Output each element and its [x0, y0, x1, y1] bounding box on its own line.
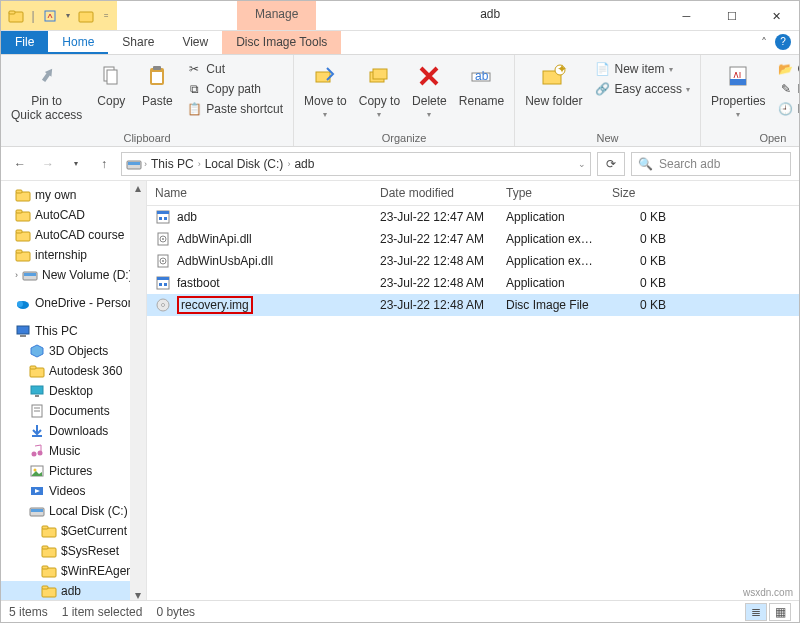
nav-item[interactable]: Music: [1, 441, 146, 461]
svg-rect-33: [17, 326, 29, 334]
open-group-label: Open: [707, 131, 800, 145]
open-button[interactable]: 📂Open ▾: [776, 60, 800, 78]
nav-item[interactable]: This PC: [1, 321, 146, 341]
breadcrumb[interactable]: adb: [292, 157, 316, 171]
history-button[interactable]: 🕘History: [776, 100, 800, 118]
copy-to-button[interactable]: Copy to▾: [355, 58, 404, 121]
new-item-button[interactable]: 📄New item ▾: [593, 60, 692, 78]
chevron-right-icon[interactable]: ›: [287, 159, 290, 169]
breadcrumb[interactable]: Local Disk (C:): [203, 157, 286, 171]
nav-item[interactable]: Pictures: [1, 461, 146, 481]
easy-access-button[interactable]: 🔗Easy access ▾: [593, 80, 692, 98]
column-date[interactable]: Date modified: [372, 181, 498, 205]
search-icon: 🔍: [638, 157, 653, 171]
new-group-label: New: [521, 131, 694, 145]
nav-item[interactable]: $WinREAgent: [1, 561, 146, 581]
file-row[interactable]: AdbWinApi.dll23-Jul-22 12:47 AMApplicati…: [147, 228, 799, 250]
pin-to-quick-access-button[interactable]: Pin to Quick access: [7, 58, 86, 124]
edit-button[interactable]: ✎Edit: [776, 80, 800, 98]
chevron-right-icon[interactable]: ›: [198, 159, 201, 169]
file-row[interactable]: adb23-Jul-22 12:47 AMApplication0 KB: [147, 206, 799, 228]
paste-shortcut-button[interactable]: 📋Paste shortcut: [184, 100, 285, 118]
folder-icon[interactable]: [5, 5, 27, 27]
cut-button[interactable]: ✂Cut: [184, 60, 285, 78]
copy-path-icon: ⧉: [186, 81, 202, 97]
nav-item[interactable]: Desktop: [1, 381, 146, 401]
column-size[interactable]: Size: [604, 181, 674, 205]
nav-scrollbar[interactable]: ▴▾: [130, 181, 146, 602]
nav-item[interactable]: internship: [1, 245, 146, 265]
svg-point-46: [34, 469, 37, 472]
paste-button[interactable]: Paste: [136, 58, 178, 110]
qat-menu-2[interactable]: =: [99, 5, 113, 27]
file-row[interactable]: recovery.img23-Jul-22 12:48 AMDisc Image…: [147, 294, 799, 316]
nav-item[interactable]: my own: [1, 185, 146, 205]
new-folder-button[interactable]: ✦ New folder: [521, 58, 586, 110]
file-row[interactable]: fastboot23-Jul-22 12:48 AMApplication0 K…: [147, 272, 799, 294]
address-bar[interactable]: › This PC › Local Disk (C:) › adb ⌄: [121, 152, 591, 176]
svg-rect-71: [164, 283, 167, 286]
tab-share[interactable]: Share: [108, 31, 168, 54]
properties-qat-icon[interactable]: [39, 5, 61, 27]
tab-view[interactable]: View: [168, 31, 222, 54]
column-name[interactable]: Name: [147, 181, 372, 205]
refresh-button[interactable]: ⟳: [597, 152, 625, 176]
nav-item[interactable]: AutoCAD course: [1, 225, 146, 245]
collapse-ribbon-icon[interactable]: ˄: [761, 36, 767, 50]
nav-item[interactable]: Local Disk (C:): [1, 501, 146, 521]
close-button[interactable]: ✕: [754, 1, 799, 31]
move-to-button[interactable]: Move to▾: [300, 58, 351, 121]
copy-button[interactable]: Copy: [90, 58, 132, 110]
nav-item[interactable]: $GetCurrent: [1, 521, 146, 541]
nav-item[interactable]: 3D Objects: [1, 341, 146, 361]
svg-point-44: [38, 451, 43, 456]
nav-item[interactable]: AutoCAD: [1, 205, 146, 225]
forward-button[interactable]: →: [37, 153, 59, 175]
details-view-button[interactable]: ≣: [745, 603, 767, 621]
nav-item[interactable]: adb: [1, 581, 146, 601]
nav-item[interactable]: Downloads: [1, 421, 146, 441]
nav-item-label: Downloads: [49, 424, 108, 438]
nav-item[interactable]: ›New Volume (D:): [1, 265, 146, 285]
folder-icon-2[interactable]: [75, 5, 97, 27]
svg-rect-49: [31, 509, 43, 512]
svg-rect-26: [16, 230, 22, 233]
svg-point-73: [162, 304, 165, 307]
file-row[interactable]: AdbWinUsbApi.dll23-Jul-22 12:48 AMApplic…: [147, 250, 799, 272]
chevron-right-icon[interactable]: ›: [144, 159, 147, 169]
nav-item[interactable]: OneDrive - Person: [1, 293, 146, 313]
svg-rect-2: [45, 11, 55, 21]
delete-button[interactable]: Delete▾: [408, 58, 451, 121]
minimize-button[interactable]: ─: [664, 1, 709, 31]
maximize-button[interactable]: ☐: [709, 1, 754, 31]
search-input[interactable]: 🔍 Search adb: [631, 152, 791, 176]
svg-rect-7: [153, 66, 161, 70]
titlebar: | ▾ = Manage adb ─ ☐ ✕: [1, 1, 799, 31]
recent-locations-button[interactable]: ▾: [65, 153, 87, 175]
nav-item[interactable]: Videos: [1, 481, 146, 501]
status-bar: 5 items 1 item selected 0 bytes ≣ ▦: [1, 600, 799, 622]
nav-item[interactable]: Autodesk 360: [1, 361, 146, 381]
breadcrumb[interactable]: This PC: [149, 157, 196, 171]
qat-menu[interactable]: ▾: [63, 5, 73, 27]
copy-path-button[interactable]: ⧉Copy path: [184, 80, 285, 98]
contextual-tab[interactable]: Manage: [237, 1, 316, 30]
nav-item[interactable]: $SysReset: [1, 541, 146, 561]
thumbnails-view-button[interactable]: ▦: [769, 603, 791, 621]
column-type[interactable]: Type: [498, 181, 604, 205]
back-button[interactable]: ←: [9, 153, 31, 175]
tab-home[interactable]: Home: [48, 31, 108, 54]
tab-file[interactable]: File: [1, 31, 48, 54]
ribbon-group-organize: Move to▾ Copy to▾ Delete▾ ab Rename Orga…: [294, 55, 515, 146]
address-dropdown-icon[interactable]: ⌄: [578, 159, 586, 169]
nav-item[interactable]: Documents: [1, 401, 146, 421]
rename-button[interactable]: ab Rename: [455, 58, 508, 110]
svg-rect-70: [159, 283, 162, 286]
nav-tree[interactable]: my ownAutoCADAutoCAD courseinternship›Ne…: [1, 181, 147, 602]
properties-button[interactable]: Properties▾: [707, 58, 770, 121]
tab-disc-image-tools[interactable]: Disc Image Tools: [222, 31, 341, 54]
cut-icon: ✂: [186, 61, 202, 77]
help-icon[interactable]: ?: [775, 34, 791, 50]
file-name: adb: [177, 210, 197, 224]
up-button[interactable]: ↑: [93, 153, 115, 175]
